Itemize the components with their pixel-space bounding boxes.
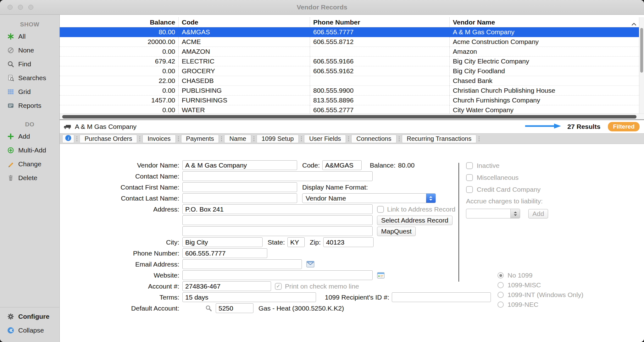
sort-ascending-icon[interactable] bbox=[631, 20, 636, 27]
filtered-badge[interactable]: Filtered bbox=[608, 122, 640, 131]
tab-info[interactable]: i bbox=[62, 135, 74, 143]
tab-invoices[interactable]: Invoices bbox=[142, 135, 175, 143]
tab-name[interactable]: Name bbox=[224, 135, 251, 143]
miscellaneous-option[interactable]: Miscellaneous bbox=[466, 173, 644, 182]
vertical-scrollbar[interactable] bbox=[639, 17, 644, 113]
link-address-checkbox[interactable] bbox=[377, 206, 384, 213]
sidebar-item-delete[interactable]: Delete bbox=[7, 173, 59, 183]
account-lookup-icon[interactable] bbox=[205, 305, 213, 312]
inactive-checkbox[interactable] bbox=[466, 162, 473, 169]
table-row[interactable]: 0.00 WATER 606.555.2777 City Water Compa… bbox=[60, 105, 639, 113]
vendor-records-window: Vendor Records SHOW All None bbox=[0, 0, 644, 342]
tab-separator bbox=[346, 136, 351, 141]
webpage-icon[interactable] bbox=[377, 272, 385, 279]
default-account-field[interactable] bbox=[216, 303, 253, 313]
sidebar-item-multi-add[interactable]: Multi-Add bbox=[7, 146, 59, 155]
credit-card-company-option[interactable]: Credit Card Company bbox=[466, 185, 644, 194]
tab-purchase-orders[interactable]: Purchase Orders bbox=[80, 135, 137, 143]
city-field[interactable] bbox=[182, 237, 263, 247]
1099-misc-option[interactable]: 1099-MISC bbox=[497, 281, 644, 289]
asterisk-icon bbox=[7, 33, 14, 40]
sidebar-item-collapse[interactable]: Collapse bbox=[7, 326, 59, 335]
print-memo-checkbox[interactable] bbox=[275, 283, 282, 290]
select-address-record-button[interactable]: Select Address Record bbox=[377, 216, 452, 225]
tab-payments[interactable]: Payments bbox=[181, 135, 219, 143]
address-line1-field[interactable] bbox=[182, 204, 373, 214]
1099-misc-radio[interactable] bbox=[497, 282, 504, 288]
credit-card-company-checkbox[interactable] bbox=[466, 186, 473, 193]
state-field[interactable] bbox=[287, 237, 305, 247]
terms-field[interactable] bbox=[182, 292, 316, 302]
address-label: Address: bbox=[64, 206, 179, 213]
vendor-name-field[interactable] bbox=[182, 160, 297, 170]
vendor-name-label: Vendor Name: bbox=[64, 162, 179, 169]
address-line3-field[interactable] bbox=[182, 226, 373, 236]
column-header-phone[interactable]: Phone Number bbox=[310, 17, 450, 27]
email-app-icon[interactable] bbox=[306, 261, 314, 268]
sidebar-item-grid[interactable]: Grid bbox=[7, 87, 59, 97]
horizontal-scrollbar[interactable] bbox=[60, 113, 644, 119]
miscellaneous-checkbox[interactable] bbox=[466, 174, 473, 181]
1099-int-option[interactable]: 1099-INT (Windows Only) bbox=[497, 291, 644, 299]
sidebar-item-find[interactable]: Find bbox=[7, 59, 59, 69]
account-number-field[interactable] bbox=[182, 281, 271, 291]
sidebar: SHOW All None Find bbox=[0, 15, 60, 342]
column-header-vendor[interactable]: Vendor Name bbox=[450, 17, 639, 27]
display-name-format-dropdown[interactable]: Vendor Name bbox=[302, 193, 436, 203]
horizontal-scrollbar-thumb[interactable] bbox=[62, 115, 636, 119]
tab-connections[interactable]: Connections bbox=[351, 135, 396, 143]
cell-phone bbox=[310, 47, 450, 56]
table-row[interactable]: 0.00 AMAZON Amazon bbox=[60, 47, 639, 57]
table-row[interactable]: 1457.00 FURNISHINGS 813.555.8896 Church … bbox=[60, 96, 639, 105]
no-1099-radio[interactable] bbox=[497, 272, 504, 279]
phone-number-field[interactable] bbox=[182, 248, 267, 258]
contact-first-name-label: Contact First Name: bbox=[64, 184, 179, 191]
column-header-code[interactable]: Code bbox=[179, 17, 310, 27]
table-row[interactable]: 22.00 CHASEDB Chased Bank bbox=[60, 76, 639, 86]
sidebar-item-all[interactable]: All bbox=[7, 32, 59, 41]
contact-first-name-field[interactable] bbox=[182, 182, 297, 192]
cell-vendor: A & M Gas Company bbox=[450, 27, 639, 37]
sidebar-item-add[interactable]: Add bbox=[7, 132, 59, 141]
website-field[interactable] bbox=[182, 270, 373, 280]
zip-field[interactable] bbox=[323, 237, 374, 247]
no-1099-option[interactable]: No 1099 bbox=[497, 271, 644, 279]
table-row[interactable]: 80.00 A&MGAS 606.555.7777 A & M Gas Comp… bbox=[60, 27, 639, 37]
zoom-window-button[interactable] bbox=[28, 5, 33, 10]
sidebar-item-searches[interactable]: Searches bbox=[7, 73, 59, 83]
accrue-liability-dropdown[interactable] bbox=[466, 209, 520, 218]
tab-user-fields[interactable]: User Fields bbox=[304, 135, 346, 143]
tab-1099-setup[interactable]: 1099 Setup bbox=[257, 135, 299, 143]
cell-balance: 22.00 bbox=[60, 76, 179, 86]
address-line2-field[interactable] bbox=[182, 215, 373, 225]
vertical-scrollbar-thumb[interactable] bbox=[640, 28, 643, 73]
table-row[interactable]: 0.00 PUBLISHING 800.555.9900 Christian C… bbox=[60, 86, 639, 96]
tab-separator bbox=[299, 136, 304, 141]
minimize-window-button[interactable] bbox=[18, 5, 23, 10]
column-header-balance[interactable]: Balance bbox=[60, 17, 179, 27]
record-title: A & M Gas Company bbox=[75, 123, 136, 130]
sidebar-item-label: All bbox=[18, 33, 25, 40]
table-row[interactable]: 20000.00 ACME 606.555.8712 Acme Construc… bbox=[60, 37, 639, 47]
table-row[interactable]: 0.00 GROCERY 606.555.9162 Big City Foodl… bbox=[60, 66, 639, 76]
sidebar-item-none[interactable]: None bbox=[7, 46, 59, 55]
contact-last-name-field[interactable] bbox=[182, 193, 297, 203]
mapquest-button[interactable]: MapQuest bbox=[377, 227, 416, 236]
cell-balance: 0.00 bbox=[60, 105, 179, 113]
vendor-table: Balance Code Phone Number Vendor Name 80… bbox=[60, 15, 644, 113]
sidebar-item-reports[interactable]: Reports bbox=[7, 101, 59, 110]
1099-int-radio[interactable] bbox=[497, 292, 504, 298]
contact-name-field[interactable] bbox=[182, 171, 373, 181]
inactive-option[interactable]: Inactive bbox=[466, 161, 644, 170]
table-row[interactable]: 679.42 ELECTRIC 606.555.9166 Big City El… bbox=[60, 57, 639, 66]
email-address-field[interactable] bbox=[182, 259, 302, 269]
1099-nec-radio[interactable] bbox=[497, 301, 504, 308]
sidebar-item-configure[interactable]: Configure bbox=[7, 312, 59, 321]
close-window-button[interactable] bbox=[8, 5, 13, 10]
sidebar-item-change[interactable]: Change bbox=[7, 159, 59, 169]
main-area: Balance Code Phone Number Vendor Name 80… bbox=[60, 15, 644, 342]
tab-recurring-transactions[interactable]: Recurring Transactions bbox=[402, 135, 477, 143]
accrue-add-button[interactable]: Add bbox=[528, 209, 548, 218]
1099-nec-option[interactable]: 1099-NEC bbox=[497, 301, 644, 309]
code-field[interactable] bbox=[322, 160, 362, 170]
